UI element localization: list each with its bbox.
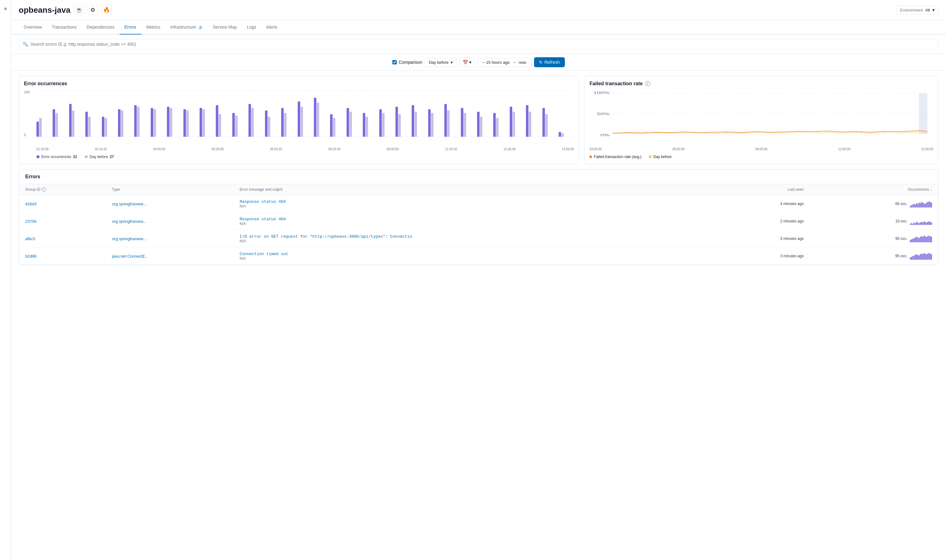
mini-bar — [925, 222, 926, 225]
bars-container — [24, 90, 574, 137]
primary-bar — [151, 108, 153, 137]
primary-bar — [52, 109, 55, 137]
comparison-checkbox[interactable] — [392, 60, 397, 65]
error-message-link[interactable]: I/O error on GET request for "http://opb… — [240, 234, 412, 239]
cell-group-id: afbc5 — [19, 230, 106, 247]
mini-bar — [931, 203, 932, 208]
comparison-toggle[interactable]: Comparison — [392, 60, 422, 65]
y-axis: 100 0 — [24, 90, 29, 137]
type-link[interactable]: java.net.ConnectE... — [112, 254, 148, 258]
legend-primary-label: Error occurrences — [42, 155, 71, 159]
primary-bar — [167, 107, 170, 137]
primary-bar — [493, 113, 496, 137]
bar-group — [134, 105, 150, 137]
tab-service-map[interactable]: Service Map — [208, 20, 242, 35]
error-message-link[interactable]: Response status 404 — [240, 217, 286, 222]
mini-bar — [922, 203, 923, 208]
line-legend-secondary: Day before — [649, 155, 672, 159]
comparison-label: Comparison — [398, 60, 422, 65]
tab-alerts[interactable]: Alerts — [261, 20, 282, 35]
x-axis-label: 11:03:20 — [445, 148, 457, 151]
cell-type: org.springframew... — [106, 230, 233, 247]
primary-bar — [200, 108, 202, 137]
mini-bar — [917, 237, 918, 242]
primary-bar — [248, 104, 251, 137]
environment-selector[interactable]: Environment All ▾ — [896, 5, 938, 15]
cell-occurrences: 95 occ. — [810, 247, 938, 265]
type-link[interactable]: org.springframew... — [112, 202, 147, 206]
group-id-link[interactable]: 23756 — [25, 219, 36, 224]
type-link[interactable]: org.springframew... — [112, 219, 147, 224]
mini-bars — [910, 217, 932, 225]
tab-overview[interactable]: Overview — [19, 20, 47, 35]
search-container[interactable]: 🔍 — [19, 39, 938, 49]
bar-group — [167, 107, 182, 137]
error-occurrences-title: Error occurrences — [24, 81, 574, 86]
tab-metrics[interactable]: Metrics — [141, 20, 165, 35]
secondary-bar — [398, 114, 401, 137]
mini-bar — [927, 202, 928, 208]
cell-type: java.net.ConnectE... — [106, 247, 233, 265]
group-id-link[interactable]: b2d86 — [25, 254, 36, 258]
cell-group-id: d16d3 — [19, 195, 106, 212]
day-before-label: Day before — [429, 60, 449, 65]
sidebar-toggle[interactable]: ≡ — [0, 0, 11, 560]
mini-bar — [930, 236, 931, 242]
secondary-bar — [170, 108, 172, 137]
time-range-display[interactable]: ~ 15 hours ago → now — [477, 58, 532, 67]
info-icon[interactable]: i — [645, 81, 650, 86]
tab-errors[interactable]: Errors — [120, 20, 141, 35]
secondary-bar — [512, 112, 515, 137]
bar-chart-area: 100 0 — [24, 90, 574, 146]
mini-bar — [927, 236, 928, 242]
mini-bar — [912, 256, 913, 260]
bar-group — [363, 113, 378, 137]
tab-transactions[interactable]: Transactions — [47, 20, 82, 35]
legend-primary-count: 21 — [73, 155, 77, 159]
primary-bar — [102, 117, 104, 137]
line-legend-secondary-dot — [649, 155, 651, 158]
k8s-icon-btn[interactable]: ⚙ — [88, 5, 98, 15]
calendar-button[interactable]: 📅 ▾ — [459, 58, 475, 67]
tab-infrastructure[interactable]: Infrastructure β — [165, 20, 208, 35]
mini-bar — [915, 223, 916, 225]
secondary-bar — [88, 117, 91, 137]
environment-value: All — [926, 8, 930, 12]
calendar-icon: 📅 — [463, 60, 468, 65]
java-icon-btn[interactable]: ☕ — [74, 5, 84, 15]
primary-bar — [134, 105, 137, 137]
sort-icon: ↓ — [931, 188, 932, 191]
mini-bar — [917, 204, 918, 208]
bar-group — [461, 108, 476, 137]
tab-dependencies[interactable]: Dependencies — [82, 20, 120, 35]
line-chart-area: 100% 50% 0% — [590, 90, 933, 146]
group-id-link[interactable]: d16d3 — [25, 202, 36, 206]
refresh-button[interactable]: ↻ Refresh — [534, 57, 565, 67]
errors-card: Errors Group ID i Type Error m — [19, 169, 938, 265]
error-culprit: N/A — [240, 239, 710, 243]
mini-bar — [918, 203, 920, 208]
mini-bar — [912, 205, 913, 208]
mini-bar — [931, 254, 932, 260]
mini-bar — [912, 238, 913, 242]
occ-count: 10 occ. — [895, 219, 907, 223]
day-selector[interactable]: Day before ▾ — [425, 58, 457, 67]
bar-group — [265, 111, 280, 137]
group-id-link[interactable]: afbc5 — [25, 237, 35, 241]
group-id-info-icon[interactable]: i — [42, 187, 46, 192]
search-icon: 🔍 — [23, 42, 28, 47]
error-message-link[interactable]: Connection timed out — [240, 252, 289, 256]
tab-logs[interactable]: Logs — [242, 20, 261, 35]
search-toolbar: 🔍 — [11, 35, 946, 54]
primary-bar — [330, 114, 333, 137]
mini-bar — [924, 253, 924, 260]
type-link[interactable]: org.springframew... — [112, 237, 147, 241]
svg-text:0%: 0% — [600, 133, 610, 137]
search-input[interactable] — [31, 42, 934, 47]
mini-bar — [914, 204, 915, 208]
flame-icon-btn[interactable]: 🔥 — [102, 5, 111, 15]
error-message-link[interactable]: Response status 404 — [240, 199, 286, 204]
mini-bar — [910, 206, 911, 208]
secondary-bar — [202, 109, 205, 137]
cell-occurrences: 66 occ. — [810, 195, 938, 212]
